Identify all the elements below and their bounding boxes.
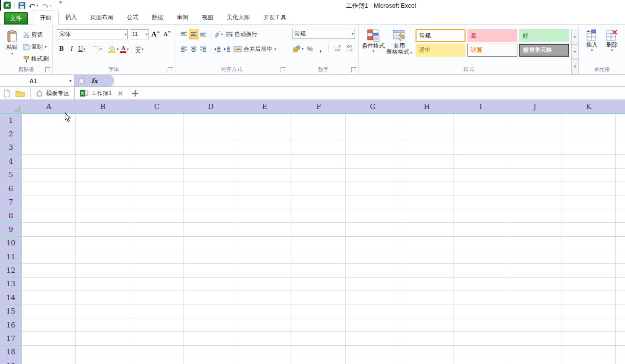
column-header-F[interactable]: F (292, 100, 346, 114)
cell-K5[interactable] (562, 169, 616, 182)
cell-F13[interactable] (292, 278, 346, 291)
cell-D14[interactable] (184, 291, 238, 304)
cell-D11[interactable] (184, 250, 238, 264)
cell-J18[interactable] (508, 346, 562, 359)
cell-J1[interactable] (508, 114, 562, 127)
cell-D17[interactable] (184, 332, 238, 345)
cell-I4[interactable] (454, 155, 508, 168)
cell-B7[interactable] (76, 195, 130, 209)
cell-H3[interactable] (400, 141, 454, 155)
cell-K13[interactable] (562, 278, 616, 291)
row-header-3[interactable]: 3 (0, 141, 22, 155)
row-header-5[interactable]: 5 (0, 169, 22, 182)
cell-D18[interactable] (184, 346, 238, 359)
increase-decimal-button[interactable]: ←.0 .00 (331, 43, 343, 54)
cell-K10[interactable] (562, 237, 616, 250)
cell-F2[interactable] (292, 127, 346, 141)
cell-I12[interactable] (454, 264, 508, 277)
cell-H2[interactable] (400, 127, 454, 141)
cell-K17[interactable] (562, 332, 616, 345)
cell-G7[interactable] (346, 195, 400, 209)
cell-H12[interactable] (400, 264, 454, 277)
cell-J3[interactable] (508, 141, 562, 155)
formula-input[interactable] (114, 75, 625, 86)
accounting-format-button[interactable] (292, 43, 304, 54)
cell-H18[interactable] (400, 346, 454, 359)
row-header-2[interactable]: 2 (0, 127, 22, 141)
cell-A9[interactable] (22, 223, 76, 236)
cell-B18[interactable] (76, 346, 130, 359)
cell-H1[interactable] (400, 114, 454, 127)
cell-J17[interactable] (508, 332, 562, 345)
cell-partial-6[interactable] (616, 182, 625, 195)
cell-G2[interactable] (346, 127, 400, 141)
cell-partial-13[interactable] (616, 278, 625, 291)
cell-E7[interactable] (238, 195, 292, 209)
cell-K15[interactable] (562, 304, 616, 318)
cell-F5[interactable] (292, 169, 346, 182)
cell-G11[interactable] (346, 250, 400, 264)
cell-C17[interactable] (130, 332, 184, 345)
cell-B17[interactable] (76, 332, 130, 345)
font-size-select[interactable]: 11 ▾ (130, 29, 149, 39)
cell-A10[interactable] (22, 237, 76, 250)
row-header-7[interactable]: 7 (0, 195, 22, 209)
cell-C18[interactable] (130, 346, 184, 359)
cell-I17[interactable] (454, 332, 508, 345)
cell-F10[interactable] (292, 237, 346, 250)
ribbon-tab-视图[interactable]: 视图 (195, 11, 220, 24)
cell-C19[interactable] (130, 359, 184, 364)
cell-B1[interactable] (76, 114, 130, 127)
row-header-18[interactable]: 18 (0, 346, 22, 359)
cell-I7[interactable] (454, 195, 508, 209)
cell-A11[interactable] (22, 250, 76, 264)
cell-E11[interactable] (238, 250, 292, 264)
cell-E2[interactable] (238, 127, 292, 141)
cell-F3[interactable] (292, 141, 346, 155)
wrap-text-button[interactable]: 自动换行 (225, 29, 257, 39)
cell-E13[interactable] (238, 278, 292, 291)
cell-G14[interactable] (346, 291, 400, 304)
cell-G8[interactable] (346, 209, 400, 223)
cell-partial-14[interactable] (616, 291, 625, 304)
cell-I14[interactable] (454, 291, 508, 304)
cell-I11[interactable] (454, 250, 508, 264)
cell-H10[interactable] (400, 237, 454, 250)
ribbon-tab-插入[interactable]: 插入 (59, 11, 84, 24)
ribbon-tab-开发工具[interactable]: 开发工具 (257, 11, 293, 24)
insert-function-button[interactable]: fx (91, 77, 98, 85)
new-document-button[interactable] (0, 87, 13, 99)
cell-A4[interactable] (22, 155, 76, 168)
cell-J8[interactable] (508, 209, 562, 223)
cell-B3[interactable] (76, 141, 130, 155)
cell-J9[interactable] (508, 223, 562, 236)
cell-C6[interactable] (130, 182, 184, 195)
cell-K2[interactable] (562, 127, 616, 141)
align-top-button[interactable] (179, 29, 189, 39)
customize-qat-button[interactable]: ▾ (58, 1, 63, 10)
cell-C5[interactable] (130, 169, 184, 182)
cell-K7[interactable] (562, 195, 616, 209)
cell-F15[interactable] (292, 304, 346, 318)
cell-partial-3[interactable] (616, 141, 625, 155)
cell-J2[interactable] (508, 127, 562, 141)
cell-F17[interactable] (292, 332, 346, 345)
row-header-6[interactable]: 6 (0, 182, 22, 195)
cell-partial-7[interactable] (616, 195, 625, 209)
cell-B2[interactable] (76, 127, 130, 141)
gallery-up-button[interactable]: ▲ (571, 29, 578, 44)
cell-D7[interactable] (184, 195, 238, 209)
cell-F14[interactable] (292, 291, 346, 304)
cell-K12[interactable] (562, 264, 616, 277)
cell-G1[interactable] (346, 114, 400, 127)
cell-B14[interactable] (76, 291, 130, 304)
ribbon-tab-审阅[interactable]: 审阅 (170, 11, 195, 24)
align-bottom-button[interactable] (198, 29, 208, 39)
increase-indent-button[interactable] (222, 44, 232, 54)
cell-style-差[interactable]: 差 (467, 29, 517, 42)
column-header-C[interactable]: C (130, 100, 184, 114)
row-header-17[interactable]: 17 (0, 332, 22, 345)
cell-J6[interactable] (508, 182, 562, 195)
cell-C7[interactable] (130, 195, 184, 209)
cell-K18[interactable] (562, 346, 616, 359)
